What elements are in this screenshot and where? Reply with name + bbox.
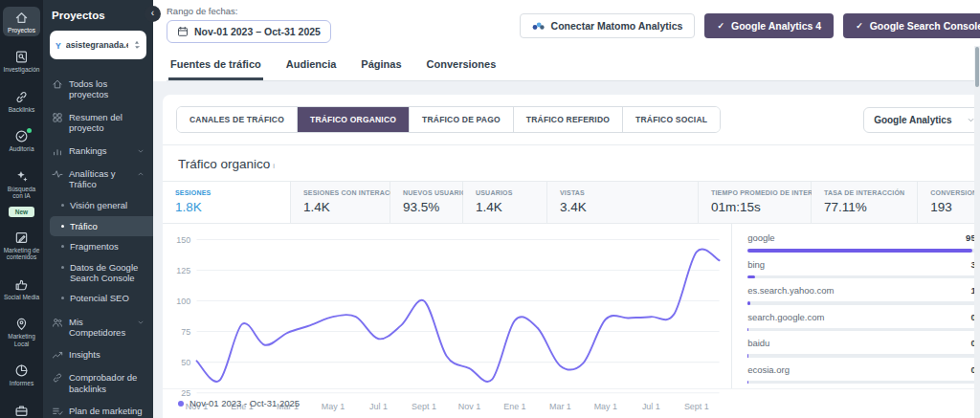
- search-engine-row[interactable]: ecosia.org 0%: [747, 358, 980, 385]
- rail-item[interactable]: Paquete para Agencias: [2, 396, 41, 418]
- sidebar-subitem[interactable]: Potencial SEO: [50, 288, 146, 308]
- traffic-type-tab[interactable]: TRÁFICO DE PAGO: [410, 107, 514, 132]
- rail-item-icon: [14, 404, 29, 418]
- metric-card[interactable]: NUEVOS USUARIOS 93.5%: [390, 182, 463, 223]
- new-badge: New: [9, 207, 34, 217]
- matomo-icon: [532, 21, 545, 31]
- traffic-card: CANALES DE TRÁFICOTRÁFICO ORGANICOTRÁFIC…: [163, 95, 980, 418]
- sidebar-item[interactable]: Mis Competidores: [50, 311, 146, 344]
- search-engine-row[interactable]: search.google.com 0%: [747, 305, 980, 332]
- legend-label: Nov-01 2023 - Oct-31 2025: [189, 398, 300, 408]
- rail-item[interactable]: Búsqueda con IA New: [2, 162, 41, 222]
- rail-item-label: Marketing de contenidos: [3, 247, 40, 261]
- rail-item[interactable]: Investigación: [2, 42, 41, 80]
- search-engine-label: google: [747, 232, 775, 243]
- vertical-scrollbar[interactable]: [974, 46, 980, 418]
- rail-item-icon: [14, 277, 29, 292]
- project-selector[interactable]: ʏ asistegranada.es: [50, 31, 146, 59]
- sidebar-item-label: Comprobador de backlinks: [69, 372, 145, 394]
- sidebar-item[interactable]: Todos los proyectos: [50, 73, 146, 106]
- sidebar-item-label: Rankings: [69, 145, 131, 156]
- metric-card[interactable]: SESIONES CON INTERACCIÓN 1.4K: [291, 182, 390, 223]
- calendar-icon: [177, 26, 189, 37]
- connect-matomo-label: Conectar Matomo Analytics: [551, 20, 683, 32]
- sidebar-subitems: Visión general Tráfico Fragmentos Datos …: [50, 195, 146, 308]
- sidebar-item-icon: [52, 78, 63, 90]
- svg-text:100: 100: [176, 297, 190, 306]
- search-engine-row[interactable]: es.search.yahoo.com 1%: [747, 278, 980, 305]
- sidebar-item[interactable]: Analíticas y Tráfico: [50, 163, 146, 196]
- metric-card[interactable]: TIEMPO PROMEDIO DE INTERACCIÓN 01m:15s: [699, 182, 812, 223]
- metric-value: 3.4K: [560, 200, 685, 214]
- rail-item-icon: [14, 231, 29, 245]
- tab[interactable]: Fuentes de tráfico: [168, 53, 263, 80]
- traffic-type-segmented-control: CANALES DE TRÁFICOTRÁFICO ORGANICOTRÁFIC…: [176, 106, 721, 133]
- metric-card[interactable]: TASA DE INTERACCIÓN 77.11%: [812, 182, 918, 223]
- rail-item[interactable]: Proyectos: [2, 3, 41, 41]
- metric-label: SESIONES: [175, 189, 278, 196]
- rail-item[interactable]: Social Media: [2, 270, 41, 308]
- tab[interactable]: Páginas: [359, 53, 403, 80]
- bullet-dot: [61, 245, 64, 248]
- scrollbar-thumb[interactable]: [975, 47, 979, 87]
- chevron-icon: [137, 147, 145, 155]
- svg-text:75: 75: [181, 327, 190, 337]
- google-search-console-button[interactable]: ✓ Google Search Console: [843, 13, 980, 38]
- date-range-picker[interactable]: Nov-01 2023 – Oct-31 2025: [167, 20, 331, 43]
- sidebar-item[interactable]: Comprobador de backlinks: [50, 366, 146, 400]
- sidebar-subitem[interactable]: Tráfico: [50, 216, 153, 236]
- sidebar-subitem[interactable]: Datos de Google Search Console: [50, 257, 146, 289]
- metric-card[interactable]: CONVERSIONES 193: [918, 182, 980, 223]
- tab[interactable]: Conversiones: [425, 53, 499, 80]
- source-select-value: Google Analytics: [874, 115, 951, 125]
- topbar: Rango de fechas: Nov-01 2023 – Oct-31 20…: [153, 0, 980, 81]
- metric-card[interactable]: SESIONES 1.8K: [163, 182, 291, 223]
- rail-item-label: Proyectos: [8, 27, 35, 33]
- google-analytics-4-button[interactable]: ✓ Google Analytics 4: [704, 13, 834, 38]
- status-dot: [27, 128, 32, 133]
- sidebar-subitem-label: Potencial SEO: [70, 293, 129, 303]
- search-engine-label: bing: [747, 259, 765, 270]
- search-engine-row[interactable]: google 95%: [747, 226, 980, 253]
- rail-item[interactable]: Backlinks: [2, 82, 41, 121]
- sidebar-item-icon: [52, 145, 63, 157]
- traffic-type-tab[interactable]: TRÁFICO SOCIAL: [623, 107, 720, 132]
- check-icon: ✓: [856, 21, 863, 31]
- rail-item[interactable]: Marketing Local: [2, 309, 41, 355]
- sidebar-subitem[interactable]: Visión general: [50, 195, 146, 215]
- source-select[interactable]: Google Analytics: [863, 107, 980, 133]
- sidebar-item-label: Analíticas y Tráfico: [69, 168, 131, 190]
- metrics-row: SESIONES 1.8K SESIONES CON INTERACCIÓN 1…: [163, 181, 980, 224]
- check-icon: ✓: [717, 21, 724, 31]
- sidebar-item[interactable]: Resumen del proyecto: [50, 106, 146, 140]
- traffic-type-tab[interactable]: CANALES DE TRÁFICO: [177, 107, 298, 132]
- tab[interactable]: Audiencia: [284, 53, 339, 80]
- sidebar-subitem[interactable]: Fragmentos: [50, 236, 146, 256]
- rail-item[interactable]: Informes: [2, 356, 41, 394]
- rail-item[interactable]: Auditoría: [2, 121, 41, 160]
- metric-card[interactable]: VISTAS 3.4K: [547, 182, 699, 223]
- search-engine-row[interactable]: bing 3%: [747, 253, 980, 279]
- metric-value: 193: [930, 200, 980, 214]
- sidebar-item[interactable]: Plan de marketing: [50, 400, 146, 418]
- sidebar-collapse-button[interactable]: ‹: [145, 6, 161, 22]
- search-engines-panel: google 95% bing 3%: [731, 224, 980, 388]
- metric-card[interactable]: USUARIOS 1.4K: [463, 182, 547, 223]
- sidebar-title: Proyectos: [52, 10, 146, 21]
- sidebar-item[interactable]: Insights: [50, 343, 146, 366]
- metric-value: 1.4K: [476, 200, 534, 214]
- date-range-value: Nov-01 2023 – Oct-31 2025: [194, 26, 321, 37]
- sidebar-item-label: Mis Competidores: [69, 317, 131, 339]
- sidebar-item[interactable]: Rankings: [50, 140, 146, 163]
- search-engine-row[interactable]: baidu 0%: [747, 331, 980, 358]
- rail-item[interactable]: Marketing de contenidos: [2, 223, 41, 269]
- metric-label: VISTAS: [560, 189, 685, 196]
- rail-item-label: Marketing Local: [3, 333, 40, 347]
- rail-item-label: Investigación: [4, 66, 40, 73]
- traffic-type-tab[interactable]: TRÁFICO ORGANICO: [298, 107, 410, 132]
- metric-value: 1.8K: [175, 200, 278, 214]
- traffic-type-tab[interactable]: TRÁFICO REFERIDO: [514, 107, 623, 132]
- info-icon[interactable]: i: [273, 162, 275, 170]
- connect-matomo-button[interactable]: Conectar Matomo Analytics: [520, 13, 696, 38]
- sidebar-item-label: Insights: [69, 349, 145, 360]
